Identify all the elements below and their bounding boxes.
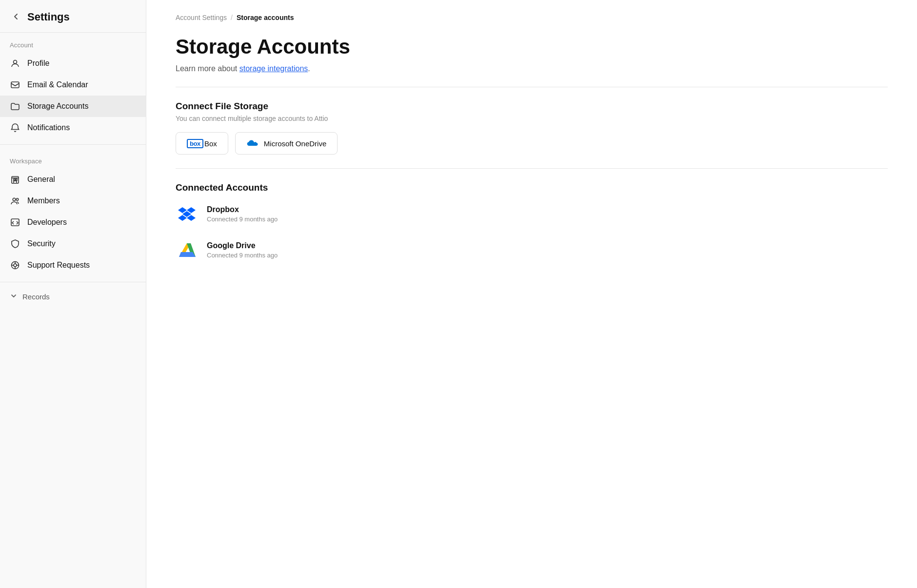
sidebar-title: Settings (27, 11, 70, 23)
workspace-section: Workspace General (0, 149, 146, 278)
sidebar-item-label: Email & Calendar (27, 80, 88, 89)
back-button[interactable] (10, 11, 22, 23)
shield-icon (10, 238, 20, 249)
connected-accounts-title: Connected Accounts (176, 182, 888, 193)
envelope-icon (10, 79, 20, 90)
page-title: Storage Accounts (146, 21, 917, 59)
connect-onedrive-label: Microsoft OneDrive (264, 139, 326, 148)
connect-onedrive-button[interactable]: Microsoft OneDrive (235, 132, 338, 155)
account-section-label: Account (0, 41, 146, 53)
breadcrumb-current: Storage accounts (237, 14, 294, 21)
sidebar-header: Settings (0, 0, 146, 33)
chevron-down-icon (10, 292, 18, 301)
account-section: Account Profile Email & Calendar (0, 33, 146, 140)
connect-buttons-container: box Box Microsoft OneDrive (176, 132, 888, 155)
svg-marker-23 (179, 252, 196, 257)
svg-rect-1 (11, 82, 19, 88)
sidebar-item-profile[interactable]: Profile (0, 53, 146, 74)
sidebar-item-label: Profile (27, 59, 49, 68)
sidebar-item-members[interactable]: Members (0, 190, 146, 212)
google-drive-logo (176, 239, 198, 261)
connect-section-title: Connect File Storage (176, 101, 888, 112)
google-drive-connected-date: Connected 9 months ago (207, 252, 278, 259)
subtitle-text: Learn more about (176, 64, 239, 73)
google-drive-account-item: Google Drive Connected 9 months ago (176, 232, 888, 268)
sidebar-divider (0, 144, 146, 145)
sidebar-item-notifications[interactable]: Notifications (0, 117, 146, 138)
subtitle-period: . (308, 64, 310, 73)
sidebar-divider-2 (0, 282, 146, 282)
sidebar-item-label: Support Requests (27, 261, 90, 270)
workspace-section-label: Workspace (0, 157, 146, 169)
storage-integrations-link[interactable]: storage integrations (239, 64, 308, 73)
connect-box-button[interactable]: box Box (176, 132, 228, 155)
bell-icon (10, 122, 20, 133)
section-divider-1 (176, 87, 888, 87)
svg-point-9 (14, 264, 17, 267)
svg-point-5 (13, 198, 16, 201)
sidebar-item-label: Members (27, 196, 60, 205)
sidebar-item-records[interactable]: Records (0, 286, 146, 307)
sidebar-item-security[interactable]: Security (0, 233, 146, 255)
sidebar-item-support-requests[interactable]: Support Requests (0, 255, 146, 276)
sidebar-item-developers[interactable]: Developers (0, 212, 146, 233)
svg-point-0 (14, 60, 17, 64)
breadcrumb-separator: / (231, 14, 233, 21)
section-divider-2 (176, 168, 888, 169)
sidebar-item-label: General (27, 175, 55, 184)
breadcrumb-parent[interactable]: Account Settings (176, 14, 227, 21)
sidebar-item-label: Notifications (27, 123, 70, 132)
sidebar-item-general[interactable]: General (0, 169, 146, 190)
connected-accounts-section: Connected Accounts Dropb (146, 182, 917, 268)
people-icon (10, 196, 20, 206)
connect-box-label: Box (204, 139, 217, 148)
terminal-icon (10, 217, 20, 228)
building-icon (10, 174, 20, 185)
person-icon (10, 58, 20, 69)
sidebar-item-label: Developers (27, 218, 67, 227)
records-label: Records (22, 293, 50, 301)
connect-section: Connect File Storage You can connect mul… (146, 101, 917, 155)
page-subtitle: Learn more about storage integrations. (146, 59, 917, 73)
onedrive-icon (246, 139, 259, 148)
svg-rect-3 (14, 179, 15, 180)
dropbox-account-info: Dropbox Connected 9 months ago (207, 205, 278, 223)
sidebar-item-label: Security (27, 239, 56, 248)
dropbox-connected-date: Connected 9 months ago (207, 216, 278, 223)
google-drive-account-info: Google Drive Connected 9 months ago (207, 241, 278, 259)
dropbox-account-item: Dropbox Connected 9 months ago (176, 196, 888, 232)
svg-rect-4 (16, 179, 17, 180)
breadcrumb: Account Settings / Storage accounts (146, 0, 917, 21)
main-content: Account Settings / Storage accounts Stor… (146, 0, 917, 588)
dropbox-account-name: Dropbox (207, 205, 278, 214)
lifering-icon (10, 260, 20, 271)
sidebar-item-storage-accounts[interactable]: Storage Accounts (0, 96, 146, 117)
sidebar-item-label: Storage Accounts (27, 102, 88, 111)
dropbox-logo (176, 203, 198, 225)
folder-icon (10, 101, 20, 112)
sidebar: Settings Account Profile Email & Calenda… (0, 0, 146, 588)
connect-section-desc: You can connect multiple storage account… (176, 115, 888, 122)
sidebar-item-email-calendar[interactable]: Email & Calendar (0, 74, 146, 96)
box-icon: box (187, 139, 199, 148)
google-drive-account-name: Google Drive (207, 241, 278, 250)
svg-point-6 (16, 198, 18, 200)
